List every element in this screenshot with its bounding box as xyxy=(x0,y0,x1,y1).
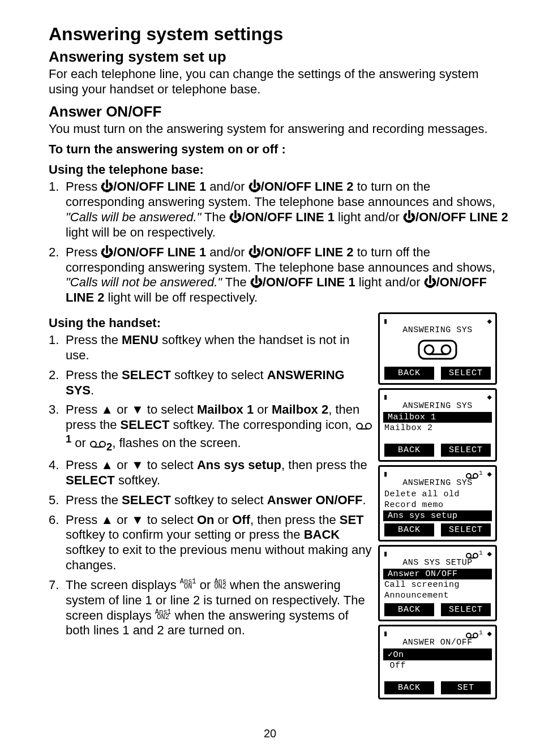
svg-point-11 xyxy=(473,474,478,478)
lcd-line: Call screening xyxy=(380,579,495,590)
triangle-down-icon: ▼ xyxy=(131,402,144,416)
subheading-using-handset: Using the handset: xyxy=(49,316,372,330)
softkey-back: BACK xyxy=(384,603,434,616)
section-setup-heading: Answering system set up xyxy=(49,48,508,66)
handset-step-3: 3. Press ▲ or ▼ to select Mailbox 1 or M… xyxy=(49,402,372,453)
subheading-using-base: Using the telephone base: xyxy=(49,162,508,177)
updown-icon: ◆ xyxy=(487,549,492,557)
lcd-line: Announcement xyxy=(380,590,495,601)
updown-icon: ◆ xyxy=(487,392,492,400)
battery-icon: ▮ xyxy=(383,469,388,477)
triangle-down-icon: ▼ xyxy=(131,458,144,472)
lcd-screen-4: ▮◆ 1 ANS SYS SETUP Answer ON/OFF Call sc… xyxy=(378,545,497,621)
lcd-line: Mailbox 1 xyxy=(383,412,492,423)
power-icon: ⏻ xyxy=(101,179,113,194)
power-icon: ⏻ xyxy=(250,275,263,289)
tape-icon xyxy=(418,340,457,360)
lcd-line: ✓On xyxy=(383,648,492,660)
tape-icon: 1 xyxy=(465,629,483,640)
svg-point-17 xyxy=(473,633,478,638)
svg-point-3 xyxy=(91,441,96,447)
tape-icon xyxy=(355,422,372,430)
tape-icon: 1 xyxy=(465,549,483,560)
svg-point-8 xyxy=(442,345,451,354)
svg-point-16 xyxy=(466,633,471,638)
softkey-select: SELECT xyxy=(441,367,491,380)
svg-point-14 xyxy=(473,553,478,558)
base-step-1: 1. Press ⏻/ON/OFF LINE 1 and/or ⏻/ON/OFF… xyxy=(49,179,508,240)
lcd-line: Ans sys setup xyxy=(383,510,492,521)
battery-icon: ▮ xyxy=(383,629,388,637)
base-step-2: 2. Press ⏻/ON/OFF LINE 1 and/or ⏻/ON/OFF… xyxy=(49,245,508,306)
handset-step-5: 5. Press the SELECT softkey to select An… xyxy=(49,493,372,508)
softkey-back: BACK xyxy=(384,367,434,380)
lcd-title: ANSWERING SYS xyxy=(380,324,495,336)
power-icon: ⏻ xyxy=(248,179,261,194)
svg-point-13 xyxy=(466,553,471,558)
section-onoff-body: You must turn on the answering system fo… xyxy=(49,122,508,137)
lcd-screen-2: ▮◆ ANSWERING SYS Mailbox 1 Mailbox 2 BAC… xyxy=(378,388,497,462)
updown-icon: ◆ xyxy=(487,629,492,637)
svg-point-10 xyxy=(466,474,471,478)
softkey-set: SET xyxy=(441,681,491,694)
updown-icon: ◆ xyxy=(487,316,492,324)
battery-icon: ▮ xyxy=(383,549,388,557)
triangle-up-icon: ▲ xyxy=(101,513,113,527)
lcd-screen-3: ▮◆ 1 ANSWERING SYS Delete all old Record… xyxy=(378,465,497,542)
ans-on-icon: Ans1ON2 xyxy=(155,610,172,620)
subheading-turn-on-off: To turn the answering system on or off : xyxy=(49,142,508,157)
section-setup-body: For each telephone line, you can change … xyxy=(49,67,508,97)
lcd-line: Answer ON/OFF xyxy=(383,569,492,579)
softkey-back: BACK xyxy=(384,444,434,457)
softkey-select: SELECT xyxy=(441,523,491,536)
handset-step-2: 2. Press the SELECT softkey to select AN… xyxy=(49,368,372,398)
lcd-title: ANSWERING SYS xyxy=(380,400,495,412)
lcd-line: Off xyxy=(380,660,495,671)
base-steps: 1. Press ⏻/ON/OFF LINE 1 and/or ⏻/ON/OFF… xyxy=(49,179,508,306)
handset-step-6: 6. Press ▲ or ▼ to select On or Off, the… xyxy=(49,513,372,573)
lcd-line: Mailbox 2 xyxy=(380,423,495,433)
svg-point-0 xyxy=(357,423,362,429)
screen-illustrations: ▮◆ ANSWERING SYS BACK SELECT ▮◆ ANSWERIN… xyxy=(378,310,508,703)
handset-step-7: 7. The screen displays Ans1ON or AnsON2 … xyxy=(49,578,372,638)
softkey-back: BACK xyxy=(384,523,434,536)
handset-steps: 1. Press the MENU softkey when the hands… xyxy=(49,333,372,638)
triangle-up-icon: ▲ xyxy=(101,458,113,472)
lcd-line: Record memo xyxy=(380,500,495,510)
power-icon: ⏻ xyxy=(403,210,415,224)
battery-icon: ▮ xyxy=(383,316,388,324)
page-title: Answering system settings xyxy=(49,24,508,45)
softkey-back: BACK xyxy=(384,681,434,694)
section-onoff-heading: Answer ON/OFF xyxy=(49,103,508,121)
softkey-select: SELECT xyxy=(441,603,491,616)
tape-icon xyxy=(89,440,106,448)
ans-on-icon: Ans1ON xyxy=(180,579,196,590)
ans-on-icon: AnsON2 xyxy=(214,579,226,590)
lcd-screen-5: ▮◆ 1 ANSWER ON/OFF ✓On Off BACK SET xyxy=(378,625,497,699)
handset-step-1: 1. Press the MENU softkey when the hands… xyxy=(49,333,372,363)
svg-point-4 xyxy=(100,441,105,447)
power-icon: ⏻ xyxy=(101,245,113,259)
tape-icon: 1 xyxy=(465,469,483,480)
triangle-down-icon: ▼ xyxy=(131,513,144,527)
svg-point-1 xyxy=(366,423,371,429)
updown-icon: ◆ xyxy=(487,469,492,477)
power-icon: ⏻ xyxy=(229,210,242,224)
battery-icon: ▮ xyxy=(383,392,388,400)
page-number: 20 xyxy=(0,727,540,740)
svg-point-7 xyxy=(425,345,434,354)
lcd-screen-1: ▮◆ ANSWERING SYS BACK SELECT xyxy=(378,312,497,385)
handset-step-4: 4. Press ▲ or ▼ to select Ans sys setup,… xyxy=(49,458,372,488)
power-icon: ⏻ xyxy=(248,245,261,259)
power-icon: ⏻ xyxy=(424,275,436,289)
triangle-up-icon: ▲ xyxy=(101,402,113,416)
lcd-line: Delete all old xyxy=(380,489,495,500)
softkey-select: SELECT xyxy=(441,444,491,457)
